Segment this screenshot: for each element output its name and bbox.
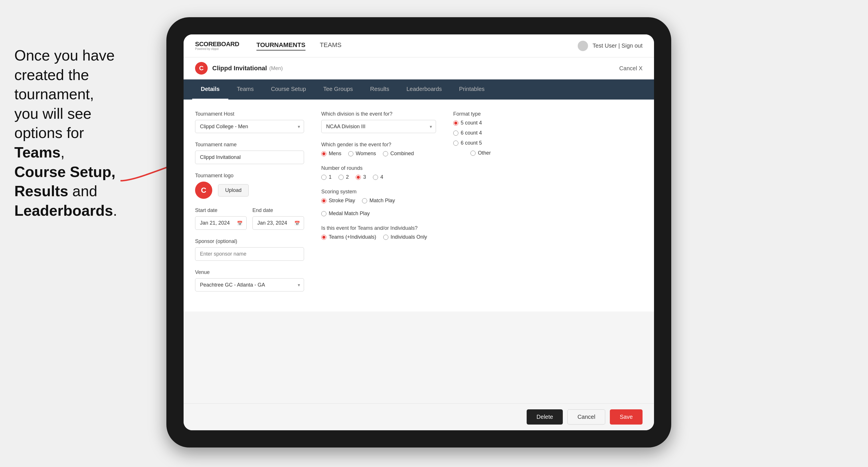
- division-group: Which division is the event for? NCAA Di…: [321, 111, 436, 133]
- logo-text: SCOREBOARD: [195, 41, 239, 47]
- venue-select[interactable]: Peachtree GC - Atlanta - GA: [195, 278, 304, 291]
- individuals-only[interactable]: Individuals Only: [383, 234, 427, 240]
- tab-printables[interactable]: Printables: [451, 80, 493, 99]
- scoring-match[interactable]: Match Play: [362, 198, 395, 204]
- sponsor-input[interactable]: [195, 247, 304, 261]
- end-date-input[interactable]: [252, 216, 304, 230]
- gender-combined[interactable]: Combined: [383, 151, 414, 157]
- screen-body: Tournament Host Clippd College - Men Tou…: [184, 99, 654, 430]
- gender-radio-group: Mens Womens Combined: [321, 151, 436, 157]
- tab-tee-groups[interactable]: Tee Groups: [315, 80, 362, 99]
- rounds-2[interactable]: 2: [339, 174, 349, 180]
- end-date-wrapper: [252, 216, 304, 230]
- app-footer: Delete Cancel Save: [184, 403, 654, 430]
- venue-select-wrapper: Peachtree GC - Atlanta - GA: [195, 278, 304, 291]
- avatar: [578, 41, 588, 51]
- tournament-tag: (Men): [269, 65, 283, 71]
- upload-button[interactable]: Upload: [218, 184, 249, 196]
- start-date-input[interactable]: [195, 216, 247, 230]
- cancel-button-top[interactable]: Cancel X: [619, 65, 643, 72]
- division-label: Which division is the event for?: [321, 111, 436, 117]
- tablet-screen: SCOREBOARD Powered by clippd TOURNAMENTS…: [184, 34, 654, 430]
- tab-results[interactable]: Results: [362, 80, 398, 99]
- main-nav: TOURNAMENTS TEAMS: [256, 41, 342, 51]
- rounds-3[interactable]: 3: [356, 174, 366, 180]
- tab-teams[interactable]: Teams: [228, 80, 262, 99]
- host-group: Tournament Host Clippd College - Men: [195, 111, 304, 133]
- rounds-label: Number of rounds: [321, 165, 436, 171]
- division-select[interactable]: NCAA Division III: [321, 120, 436, 133]
- gender-mens[interactable]: Mens: [321, 151, 341, 157]
- venue-label: Venue: [195, 269, 304, 275]
- logo-area: SCOREBOARD Powered by clippd: [195, 41, 239, 51]
- end-date-label: End date: [252, 208, 304, 213]
- format-6count5[interactable]: 6 count 5: [453, 140, 545, 146]
- header-right: Test User | Sign out: [578, 41, 643, 51]
- start-date-label: Start date: [195, 208, 247, 213]
- teams-individuals-label: Is this event for Teams and/or Individua…: [321, 225, 436, 231]
- scoring-group: Scoring system Stroke Play Match Play: [321, 189, 436, 217]
- format-group: Format type 5 count 4 6 count 4: [453, 111, 545, 156]
- tab-course-setup[interactable]: Course Setup: [262, 80, 315, 99]
- tournament-name-label: Tournament name: [195, 142, 304, 148]
- col-left: Tournament Host Clippd College - Men Tou…: [195, 111, 304, 300]
- tablet-device: SCOREBOARD Powered by clippd TOURNAMENTS…: [166, 17, 671, 447]
- tournament-name: Clippd Invitational: [212, 65, 267, 72]
- tournament-icon: C: [195, 62, 208, 74]
- tournament-name-input[interactable]: [195, 151, 304, 164]
- logo-sub: Powered by clippd: [195, 47, 239, 51]
- venue-group: Venue Peachtree GC - Atlanta - GA: [195, 269, 304, 291]
- teams-individuals-group: Is this event for Teams and/or Individua…: [321, 225, 436, 240]
- app-header: SCOREBOARD Powered by clippd TOURNAMENTS…: [184, 34, 654, 57]
- logo-label: Tournament logo: [195, 173, 304, 179]
- gender-group: Which gender is the event for? Mens Wome…: [321, 142, 436, 157]
- format-6count4[interactable]: 6 count 4: [453, 130, 545, 136]
- delete-button[interactable]: Delete: [527, 409, 563, 425]
- rounds-group: Number of rounds 1 2: [321, 165, 436, 180]
- tournament-bar: C Clippd Invitational (Men) Cancel X: [184, 57, 654, 80]
- sponsor-group: Sponsor (optional): [195, 238, 304, 261]
- user-info[interactable]: Test User | Sign out: [593, 42, 643, 49]
- format-5count4[interactable]: 5 count 4: [453, 120, 545, 126]
- scoring-radio-group: Stroke Play Match Play Medal Match Play: [321, 198, 436, 217]
- instruction-text: Once you have created the tournament, yo…: [0, 34, 166, 232]
- teams-plus-individuals[interactable]: Teams (+Individuals): [321, 234, 376, 240]
- nav-teams[interactable]: TEAMS: [320, 41, 342, 51]
- rounds-4[interactable]: 4: [373, 174, 383, 180]
- tab-leaderboards[interactable]: Leaderboards: [398, 80, 451, 99]
- format-other[interactable]: Other: [470, 150, 545, 156]
- save-button[interactable]: Save: [610, 409, 643, 425]
- logo-circle: C: [195, 182, 212, 199]
- end-date-group: End date: [252, 208, 304, 230]
- host-select[interactable]: Clippd College - Men: [195, 120, 304, 133]
- start-date-wrapper: [195, 216, 247, 230]
- start-date-group: Start date: [195, 208, 247, 230]
- scoring-label: Scoring system: [321, 189, 436, 195]
- division-select-wrapper: NCAA Division III: [321, 120, 436, 133]
- scoring-stroke[interactable]: Stroke Play: [321, 198, 355, 204]
- gender-label: Which gender is the event for?: [321, 142, 436, 148]
- tabs-bar: Details Teams Course Setup Tee Groups Re…: [184, 80, 654, 99]
- sponsor-label: Sponsor (optional): [195, 238, 304, 244]
- content-wrapper: Tournament Host Clippd College - Men Tou…: [184, 99, 654, 312]
- cancel-button-footer[interactable]: Cancel: [567, 409, 605, 425]
- scoring-medal[interactable]: Medal Match Play: [321, 211, 370, 217]
- host-select-wrapper: Clippd College - Men: [195, 120, 304, 133]
- logo-upload: C Upload: [195, 182, 304, 199]
- gender-womens[interactable]: Womens: [348, 151, 376, 157]
- rounds-1[interactable]: 1: [321, 174, 332, 180]
- rounds-radio-group: 1 2 3: [321, 174, 436, 180]
- dates-row: Start date End date: [195, 208, 304, 238]
- nav-tournaments[interactable]: TOURNAMENTS: [256, 41, 306, 51]
- tab-details[interactable]: Details: [192, 80, 228, 99]
- format-radio-col: 5 count 4 6 count 4 6 count 5: [453, 120, 545, 156]
- col-middle: Which division is the event for? NCAA Di…: [321, 111, 436, 300]
- tournament-name-group: Tournament name: [195, 142, 304, 164]
- teams-radio-group: Teams (+Individuals) Individuals Only: [321, 234, 436, 240]
- col-right: Format type 5 count 4 6 count 4: [453, 111, 545, 300]
- format-label: Format type: [453, 111, 545, 117]
- host-label: Tournament Host: [195, 111, 304, 117]
- logo-group: Tournament logo C Upload: [195, 173, 304, 199]
